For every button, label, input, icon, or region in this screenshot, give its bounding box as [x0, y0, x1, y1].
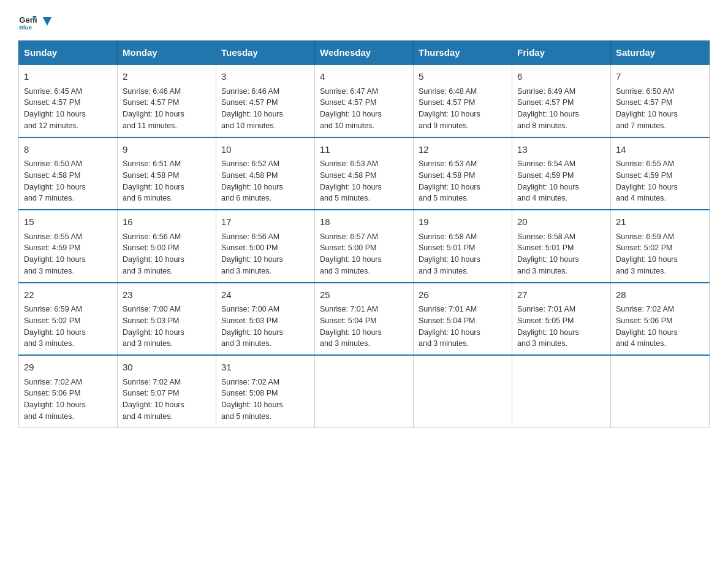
calendar-cell: 11 Sunrise: 6:53 AM Sunset: 4:58 PM Dayl… [315, 137, 414, 210]
daylight-label: Daylight: 10 hours [123, 110, 184, 118]
daylight-label: Daylight: 10 hours [419, 255, 480, 264]
day-number: 31 [221, 361, 309, 375]
calendar-cell: 9 Sunrise: 6:51 AM Sunset: 4:58 PM Dayli… [118, 137, 216, 210]
calendar-cell: 17 Sunrise: 6:56 AM Sunset: 5:00 PM Dayl… [216, 210, 315, 283]
sunrise-label: Sunrise: 6:59 AM [24, 305, 82, 313]
sunset-label: Sunset: 5:03 PM [221, 316, 278, 325]
sunset-label: Sunset: 5:00 PM [320, 243, 376, 252]
daylight-minutes: and 4 minutes. [616, 339, 666, 348]
day-number: 27 [517, 288, 605, 302]
sunset-label: Sunset: 4:58 PM [24, 171, 80, 180]
calendar-cell: 7 Sunrise: 6:50 AM Sunset: 4:57 PM Dayli… [611, 64, 710, 137]
sunrise-label: Sunrise: 6:52 AM [221, 159, 279, 168]
sunset-label: Sunset: 5:01 PM [517, 243, 574, 252]
sunset-label: Sunset: 5:06 PM [616, 316, 672, 325]
sunset-label: Sunset: 4:59 PM [24, 243, 80, 252]
calendar-table: SundayMondayTuesdayWednesdayThursdayFrid… [18, 40, 710, 428]
daylight-minutes: and 3 minutes. [24, 267, 74, 275]
calendar-cell: 4 Sunrise: 6:47 AM Sunset: 4:57 PM Dayli… [315, 64, 414, 137]
daylight-minutes: and 7 minutes. [616, 121, 666, 130]
daylight-label: Daylight: 10 hours [221, 183, 283, 191]
sunset-label: Sunset: 4:58 PM [221, 171, 278, 180]
page-header: General Blue [18, 12, 710, 31]
daylight-label: Daylight: 10 hours [123, 400, 184, 409]
day-number: 4 [320, 70, 408, 84]
day-number: 16 [123, 215, 211, 229]
sunrise-label: Sunrise: 6:50 AM [24, 159, 82, 168]
daylight-minutes: and 3 minutes. [517, 267, 567, 275]
daylight-minutes: and 5 minutes. [320, 194, 370, 202]
calendar-cell: 23 Sunrise: 7:00 AM Sunset: 5:03 PM Dayl… [118, 283, 216, 356]
daylight-label: Daylight: 10 hours [221, 110, 283, 118]
calendar-cell: 12 Sunrise: 6:53 AM Sunset: 4:58 PM Dayl… [414, 137, 512, 210]
sunrise-label: Sunrise: 6:58 AM [517, 232, 575, 241]
calendar-cell: 25 Sunrise: 7:01 AM Sunset: 5:04 PM Dayl… [315, 283, 414, 356]
sunrise-label: Sunrise: 6:59 AM [616, 232, 674, 241]
daylight-label: Daylight: 10 hours [616, 328, 678, 337]
day-number: 18 [320, 215, 408, 229]
daylight-label: Daylight: 10 hours [616, 183, 678, 191]
daylight-minutes: and 8 minutes. [517, 121, 567, 130]
daylight-minutes: and 11 minutes. [123, 121, 177, 130]
sunset-label: Sunset: 5:04 PM [320, 316, 376, 325]
day-number: 20 [517, 215, 605, 229]
sunrise-label: Sunrise: 7:01 AM [419, 305, 477, 313]
day-number: 9 [123, 143, 211, 157]
sunrise-label: Sunrise: 6:51 AM [123, 159, 181, 168]
daylight-label: Daylight: 10 hours [419, 328, 480, 337]
day-number: 5 [419, 70, 507, 84]
calendar-header-friday: Friday [512, 41, 611, 65]
daylight-label: Daylight: 10 hours [616, 255, 678, 264]
sunrise-label: Sunrise: 6:48 AM [419, 87, 477, 96]
calendar-cell: 1 Sunrise: 6:45 AM Sunset: 4:57 PM Dayli… [19, 64, 118, 137]
daylight-minutes: and 4 minutes. [517, 194, 567, 202]
daylight-minutes: and 3 minutes. [24, 339, 74, 348]
sunrise-label: Sunrise: 7:02 AM [616, 305, 674, 313]
day-number: 24 [221, 288, 309, 302]
daylight-minutes: and 10 minutes. [221, 121, 276, 130]
daylight-minutes: and 3 minutes. [616, 267, 666, 275]
calendar-cell [315, 355, 414, 427]
day-number: 25 [320, 288, 408, 302]
logo: General Blue [18, 12, 54, 31]
calendar-cell: 29 Sunrise: 7:02 AM Sunset: 5:06 PM Dayl… [19, 355, 118, 427]
calendar-cell: 28 Sunrise: 7:02 AM Sunset: 5:06 PM Dayl… [611, 283, 710, 356]
day-number: 17 [221, 215, 309, 229]
day-number: 29 [24, 361, 112, 375]
calendar-cell: 3 Sunrise: 6:46 AM Sunset: 4:57 PM Dayli… [216, 64, 315, 137]
daylight-label: Daylight: 10 hours [24, 183, 86, 191]
sunrise-label: Sunrise: 7:02 AM [123, 378, 181, 386]
calendar-week-row: 29 Sunrise: 7:02 AM Sunset: 5:06 PM Dayl… [19, 355, 710, 427]
sunrise-label: Sunrise: 6:56 AM [123, 232, 181, 241]
calendar-week-row: 15 Sunrise: 6:55 AM Sunset: 4:59 PM Dayl… [19, 210, 710, 283]
calendar-week-row: 1 Sunrise: 6:45 AM Sunset: 4:57 PM Dayli… [19, 64, 710, 137]
calendar-cell: 20 Sunrise: 6:58 AM Sunset: 5:01 PM Dayl… [512, 210, 611, 283]
calendar-cell: 2 Sunrise: 6:46 AM Sunset: 4:57 PM Dayli… [118, 64, 216, 137]
calendar-cell: 19 Sunrise: 6:58 AM Sunset: 5:01 PM Dayl… [414, 210, 512, 283]
day-number: 19 [419, 215, 507, 229]
day-number: 30 [123, 361, 211, 375]
day-number: 7 [616, 70, 704, 84]
calendar-cell: 18 Sunrise: 6:57 AM Sunset: 5:00 PM Dayl… [315, 210, 414, 283]
calendar-header-wednesday: Wednesday [315, 41, 414, 65]
calendar-cell: 14 Sunrise: 6:55 AM Sunset: 4:59 PM Dayl… [611, 137, 710, 210]
sunset-label: Sunset: 4:59 PM [616, 171, 672, 180]
daylight-minutes: and 3 minutes. [320, 339, 370, 348]
calendar-header-thursday: Thursday [414, 41, 512, 65]
daylight-label: Daylight: 10 hours [517, 110, 579, 118]
day-number: 14 [616, 143, 704, 157]
sunset-label: Sunset: 5:02 PM [616, 243, 672, 252]
sunrise-label: Sunrise: 6:54 AM [517, 159, 575, 168]
sunrise-label: Sunrise: 6:55 AM [24, 232, 82, 241]
calendar-cell: 15 Sunrise: 6:55 AM Sunset: 4:59 PM Dayl… [19, 210, 118, 283]
daylight-label: Daylight: 10 hours [517, 328, 579, 337]
daylight-minutes: and 9 minutes. [419, 121, 469, 130]
day-number: 13 [517, 143, 605, 157]
calendar-header-row: SundayMondayTuesdayWednesdayThursdayFrid… [19, 41, 710, 65]
sunrise-label: Sunrise: 6:45 AM [24, 87, 82, 96]
sunrise-label: Sunrise: 7:00 AM [221, 305, 279, 313]
sunrise-label: Sunrise: 6:46 AM [221, 87, 279, 96]
calendar-cell: 16 Sunrise: 6:56 AM Sunset: 5:00 PM Dayl… [118, 210, 216, 283]
calendar-cell: 21 Sunrise: 6:59 AM Sunset: 5:02 PM Dayl… [611, 210, 710, 283]
sunrise-label: Sunrise: 7:01 AM [517, 305, 575, 313]
